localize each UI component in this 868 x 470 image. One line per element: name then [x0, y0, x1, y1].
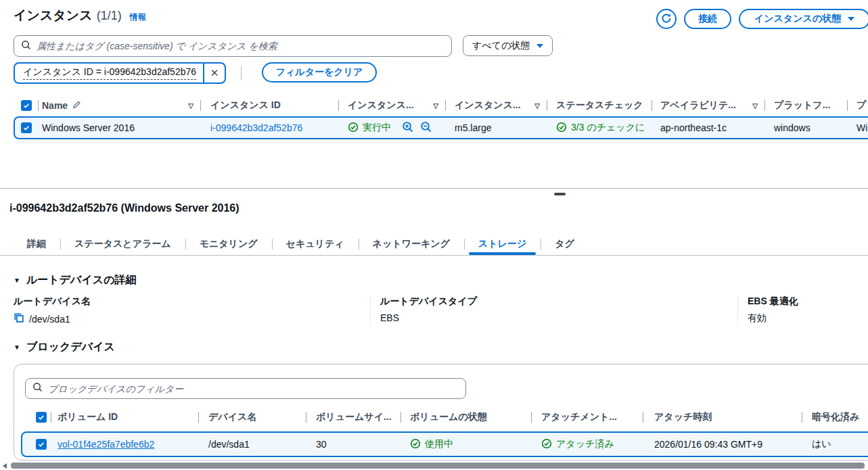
zoom-in-icon[interactable] [402, 121, 414, 135]
instance-id-link[interactable]: i-099642b3d2af52b76 [210, 122, 302, 133]
instances-table-header: Name ▽ インスタンス ID インスタンス...▽ インスタンス...▽ ス… [14, 97, 868, 114]
zoom-out-icon[interactable] [420, 121, 432, 135]
root-device-section-header[interactable]: ▼ ルートデバイスの詳細 [14, 273, 137, 287]
instance-state-button[interactable]: インスタンスの状態 [739, 9, 868, 29]
sort-icon[interactable]: ▽ [188, 102, 193, 110]
volume-id-link[interactable]: vol-01f4e25fa7ebfe6b2 [58, 439, 154, 450]
column-header-device-name[interactable]: デバイス名 [198, 408, 306, 426]
state-filter-label: すべての状態 [472, 40, 530, 52]
instance-count: (1/1) [97, 9, 122, 23]
connect-button[interactable]: 接続 [684, 9, 731, 29]
clear-filters-button[interactable]: フィルターをクリア [262, 62, 377, 83]
column-header-volume-size[interactable]: ボリュームサイ... [306, 408, 401, 426]
select-all-checkbox[interactable] [36, 412, 47, 423]
split-panel-divider [0, 188, 868, 189]
filter-chip-text: インスタンス ID = i-099642b3d2af52b76 [15, 64, 203, 83]
check-circle-icon [541, 438, 552, 451]
refresh-icon [661, 13, 672, 26]
encrypted-cell: はい [802, 433, 868, 456]
chip-divider [241, 66, 242, 80]
column-header-attach-time[interactable]: アタッチ時刻 [643, 408, 802, 426]
close-icon: ✕ [210, 67, 219, 79]
page-header: インスタンス (1/1) 情報 [14, 7, 146, 24]
chevron-down-icon [848, 17, 854, 21]
attachment-status: アタッチ済み [541, 438, 614, 451]
column-header-availability-zone[interactable]: アベイラビリテ...▽ [652, 97, 764, 114]
detail-panel-title: i-099642b3d2af52b76 (Windows Server 2016… [9, 202, 239, 214]
copy-icon[interactable] [14, 312, 24, 325]
block-devices-table-header: ボリューム ID デバイス名 ボリュームサイ... ボリュームの状態 アタッチメ… [14, 408, 868, 426]
column-header-volume-id[interactable]: ボリューム ID [51, 408, 198, 426]
tab-storage[interactable]: ストレージ [464, 233, 541, 255]
refresh-button[interactable] [656, 9, 677, 29]
volume-state-status: 使用中 [410, 438, 453, 451]
block-device-filter-box [25, 378, 466, 399]
state-zoom-controls [402, 121, 432, 135]
check-circle-icon [410, 438, 421, 451]
status-check-status: 3/3 のチェックに [556, 122, 645, 135]
block-devices-card: ボリューム ID デバイス名 ボリュームサイ... ボリュームの状態 アタッチメ… [14, 364, 868, 461]
row-checkbox[interactable] [21, 122, 32, 133]
column-header-instance-state[interactable]: インスタンス...▽ [338, 97, 445, 114]
column-header-volume-state[interactable]: ボリュームの状態 [401, 408, 531, 426]
column-header-instance-id[interactable]: インスタンス ID [200, 97, 338, 114]
ebs-optimized-field: EBS 最適化 有効 [737, 296, 868, 325]
ec2-console-page: インスタンス (1/1) 情報 接続 インスタンスの状態 すべての状態 インスタ… [0, 0, 868, 470]
select-all-checkbox[interactable] [21, 100, 32, 111]
header-actions: 接続 インスタンスの状態 [656, 9, 868, 29]
block-device-row[interactable]: vol-01f4e25fa7ebfe6b2 /dev/sda1 30 使用中 ア… [21, 431, 868, 457]
state-filter-dropdown[interactable]: すべての状態 [463, 35, 553, 56]
collapse-triangle-icon: ▼ [14, 277, 20, 284]
tab-security[interactable]: セキュリティ [272, 233, 359, 255]
tab-networking[interactable]: ネットワーキング [359, 233, 464, 255]
column-header-platform[interactable]: プラットフ... [764, 97, 847, 114]
column-header-attachment-status[interactable]: アタッチメント... [531, 408, 643, 426]
remove-filter-button[interactable]: ✕ [203, 64, 225, 83]
check-circle-icon [348, 122, 359, 135]
column-header-name[interactable]: Name ▽ [38, 97, 200, 114]
availability-zone-cell: ap-northeast-1c [652, 118, 764, 138]
column-header-instance-type[interactable]: インスタンス...▽ [445, 97, 547, 114]
edit-name-icon[interactable] [72, 100, 81, 112]
tab-status-and-alarms[interactable]: ステータスとアラーム [60, 233, 185, 255]
block-device-filter-input[interactable] [48, 383, 459, 394]
root-device-details: ルートデバイス名 /dev/sda1 ルートデバイスタイプ EBS EBS 最適… [14, 296, 868, 325]
tab-details[interactable]: 詳細 [13, 233, 60, 255]
split-panel-drag-handle[interactable] [554, 193, 566, 195]
block-devices-section-header[interactable]: ▼ ブロックデバイス [14, 340, 115, 354]
sort-icon[interactable]: ▽ [433, 102, 438, 110]
sort-icon[interactable]: ▽ [752, 102, 758, 110]
platform-cell: windows [764, 118, 847, 138]
instance-state-label: インスタンスの状態 [754, 13, 841, 25]
horizontal-scrollbar [0, 462, 868, 470]
detail-tabs: 詳細 ステータスとアラーム モニタリング セキュリティ ネットワーキング ストレ… [0, 233, 868, 256]
info-link[interactable]: 情報 [130, 11, 146, 23]
column-header-status-check[interactable]: ステータスチェック [547, 97, 652, 114]
search-icon [32, 382, 43, 395]
scrollbar-thumb[interactable] [11, 463, 865, 469]
device-name-cell: /dev/sda1 [198, 433, 306, 456]
chevron-down-icon [536, 44, 543, 48]
page-title: インスタンス [14, 7, 93, 24]
instance-search-box [14, 35, 452, 57]
volume-size-cell: 30 [306, 433, 401, 456]
filter-chip[interactable]: インスタンス ID = i-099642b3d2af52b76 ✕ [14, 62, 226, 84]
scroll-left-arrow[interactable] [3, 463, 7, 469]
check-circle-icon [556, 122, 567, 135]
instance-type-cell: m5.large [445, 118, 547, 138]
root-device-type-field: ルートデバイスタイプ EBS [370, 296, 737, 325]
sort-icon[interactable]: ▽ [534, 102, 540, 110]
platform-detail-cell: Wi [847, 118, 868, 138]
instance-row[interactable]: Windows Server 2016 i-099642b3d2af52b76 … [14, 116, 868, 139]
instance-state-status: 実行中 [348, 122, 391, 135]
instance-name-cell: Windows Server 2016 [38, 118, 200, 138]
instances-table: Name ▽ インスタンス ID インスタンス...▽ インスタンス...▽ ス… [14, 97, 868, 139]
filter-chip-label: インスタンス ID = i-099642b3d2af52b76 [23, 66, 196, 80]
instance-search-input[interactable] [37, 41, 444, 51]
tab-tags[interactable]: タグ [541, 233, 589, 255]
tab-monitoring[interactable]: モニタリング [185, 233, 272, 255]
collapse-triangle-icon: ▼ [14, 344, 20, 351]
row-checkbox[interactable] [36, 439, 47, 450]
column-header-platform-detail[interactable]: プ [847, 97, 868, 114]
column-header-encrypted[interactable]: 暗号化済み [802, 408, 868, 426]
